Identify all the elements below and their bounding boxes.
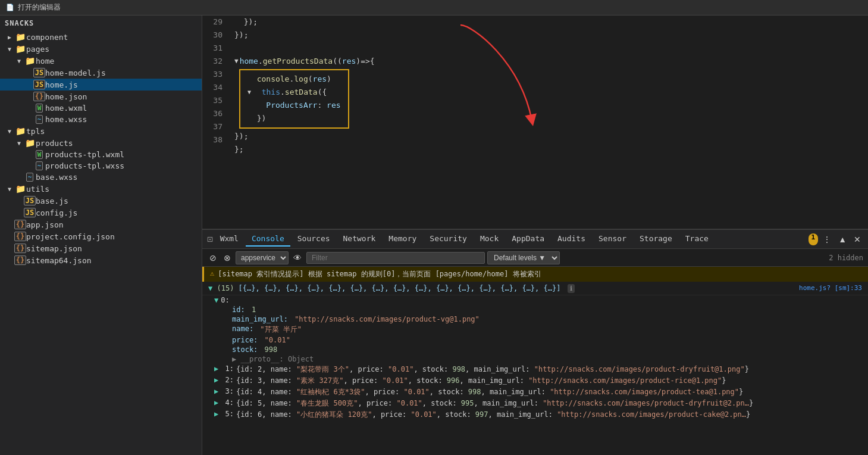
level-select[interactable]: Default levels ▼ (487, 251, 560, 264)
line-num-33: 33 (202, 68, 223, 81)
fold-arrow-34[interactable]: ▼ (247, 86, 251, 99)
sidebar-item-project-config-json[interactable]: {} project.config.json (0, 230, 202, 242)
tab-sources[interactable]: Sources (292, 232, 336, 247)
label-home-wxss: home.wxss (45, 115, 202, 124)
expand-arrow-4[interactable]: ▶ (214, 398, 218, 407)
sidebar: SNACKS ▶ 📁 component ▼ 📁 pages ▼ 📁 home (0, 15, 202, 455)
label-home-js: home.js (45, 80, 202, 89)
sidebar-item-home[interactable]: ▼ 📁 home (0, 55, 202, 67)
tab-trace[interactable]: Trace (679, 232, 715, 247)
label-home-json: home.json (45, 92, 202, 101)
expand-arrow-5[interactable]: ▶ (214, 410, 218, 418)
item-1-label: 1: (221, 364, 234, 373)
sidebar-item-pages[interactable]: ▼ 📁 pages (0, 43, 202, 55)
tab-console[interactable]: Console (246, 232, 290, 247)
tab-appdata[interactable]: AppData (506, 232, 550, 247)
label-component: component (26, 33, 202, 42)
sidebar-item-component[interactable]: ▶ 📁 component (0, 31, 202, 43)
wxml-icon-products-tpl: W (33, 150, 45, 159)
label-products-tpl-wxml: products-tpl.wxml (45, 150, 202, 159)
tab-audits[interactable]: Audits (551, 232, 591, 247)
sidebar-item-base-wxss[interactable]: ~ base.wxss (0, 172, 202, 183)
expand-arrow-1[interactable]: ▶ (214, 364, 218, 373)
sidebar-item-products[interactable]: ▼ 📁 products (0, 137, 202, 149)
line-num-37: 37 (202, 120, 223, 133)
sidebar-item-base-js[interactable]: JS base.js (0, 195, 202, 207)
sidebar-item-home-json[interactable]: {} home.json (0, 91, 202, 102)
expand-arrow-array[interactable]: ▼ (208, 284, 212, 292)
code-editor[interactable]: 29 30 31 32 33 34 35 36 37 38 }); (202, 15, 868, 229)
js-icon-home: JS (33, 80, 45, 89)
devtools-cursor-icon[interactable]: ⊡ (207, 233, 213, 245)
context-select[interactable]: appservice (236, 251, 289, 264)
app: 📄 打开的编辑器 SNACKS ▶ 📁 component ▼ 📁 pages … (0, 0, 868, 455)
devtools-tabbar: ⊡ Wxml Console Sources Network Memory Se… (202, 230, 868, 249)
js-icon-home-model: JS (33, 68, 45, 77)
devtools-more-btn[interactable]: ⋮ (820, 233, 833, 245)
val-main-img-url: "http://snacks.com/images/product-vg@1.p… (290, 315, 480, 323)
folder-icon-component: 📁 (14, 32, 26, 42)
array-header: ▼ (15) [{…}, {…}, {…}, {…}, {…}, {…}, {…… (208, 284, 862, 292)
filter-input[interactable] (306, 252, 485, 264)
sidebar-item-products-tpl-wxss[interactable]: ~ products-tpl.wxss (0, 160, 202, 172)
label-tpls: tpls (26, 127, 202, 136)
sidebar-item-tpls[interactable]: ▼ 📁 tpls (0, 125, 202, 137)
arrow-component: ▶ (5, 34, 14, 40)
code-line-33: console.log(res) (247, 73, 341, 86)
line-num-29: 29 (202, 15, 223, 29)
key-name: name: (232, 325, 253, 333)
sidebar-item-config-js[interactable]: JS config.js (0, 207, 202, 219)
info-badge[interactable]: ℹ (568, 284, 575, 293)
warning-text: [sitemap 索引情况提示] 根据 sitemap 的规则[0]，当前页面 … (218, 269, 541, 279)
clear-console-btn[interactable]: ⊘ (207, 252, 219, 264)
tab-mock[interactable]: Mock (474, 232, 504, 247)
folder-icon-pages: 📁 (14, 44, 26, 54)
tab-security[interactable]: Security (424, 232, 473, 247)
sidebar-item-home-wxss[interactable]: ~ home.wxss (0, 114, 202, 125)
line-num-38: 38 (202, 133, 223, 147)
tab-memory[interactable]: Memory (383, 232, 422, 247)
code-content: }); }); ▼ home.getProductsData((res)=>{ (232, 15, 868, 156)
expand-arrow-3[interactable]: ▶ (214, 387, 218, 395)
code-line-38: }; (234, 143, 868, 156)
eye-btn[interactable]: 👁 (291, 252, 304, 264)
json-icon-app: {} (14, 220, 26, 229)
label-app-json: app.json (26, 220, 202, 229)
source-link[interactable]: home.js? [sm]:33 (799, 284, 862, 292)
devtools-close-btn[interactable]: ✕ (851, 233, 863, 245)
console-entry-array: home.js? [sm]:33 ▼ (15) [{…}, {…}, {…}, … (202, 282, 868, 295)
js-icon-base: JS (24, 196, 36, 205)
item-0-id-row: id: 1 (202, 305, 868, 314)
tab-sensor[interactable]: Sensor (593, 232, 632, 247)
key-proto: ▶ __proto__: Object (232, 355, 314, 363)
sidebar-item-home-wxml[interactable]: W home.wxml (0, 102, 202, 114)
item-3-label: 3: (221, 387, 234, 395)
expand-arrow-0[interactable]: ▼ (214, 296, 218, 304)
json-icon-project-config: {} (14, 232, 26, 241)
sidebar-item-sitemap-json[interactable]: {} sitemap.json (0, 242, 202, 254)
tab-storage[interactable]: Storage (634, 232, 678, 247)
expand-arrow-2[interactable]: ▶ (214, 376, 218, 384)
sidebar-item-home-model-js[interactable]: JS home-model.js (0, 67, 202, 79)
sidebar-item-sitemap64-json[interactable]: {} sitemap64.json (0, 254, 202, 266)
array-preview: [{…}, {…}, {…}, {…}, {…}, {…}, {…}, {…},… (239, 284, 561, 292)
item-0-price-row: price: "0.01" (202, 335, 868, 345)
tab-wxml[interactable]: Wxml (214, 232, 245, 247)
val-stock: 998 (260, 345, 277, 354)
tab-network[interactable]: Network (337, 232, 382, 247)
devtools-content[interactable]: ⚠ [sitemap 索引情况提示] 根据 sitemap 的规则[0]，当前页… (202, 267, 868, 455)
item-1-row: ▶ 1: {id: 2, name: "梨花带雨 3个", price: "0.… (202, 364, 868, 375)
label-sitemap64-json: sitemap64.json (26, 256, 202, 265)
sidebar-item-utils[interactable]: ▼ 📁 utils (0, 183, 202, 195)
fold-arrow-32[interactable]: ▼ (234, 55, 239, 68)
wxss-icon-base: ~ (24, 173, 36, 182)
line-num-34: 34 (202, 81, 223, 94)
sidebar-item-products-tpl-wxml[interactable]: W products-tpl.wxml (0, 149, 202, 160)
line-num-30: 30 (202, 29, 223, 42)
stop-btn[interactable]: ⊗ (221, 252, 233, 264)
devtools-minimize-btn[interactable]: ▲ (836, 233, 849, 245)
sidebar-item-app-json[interactable]: {} app.json (0, 219, 202, 230)
code-line-31 (234, 42, 868, 55)
label-home: home (36, 57, 202, 66)
sidebar-item-home-js[interactable]: JS home.js (0, 79, 202, 91)
